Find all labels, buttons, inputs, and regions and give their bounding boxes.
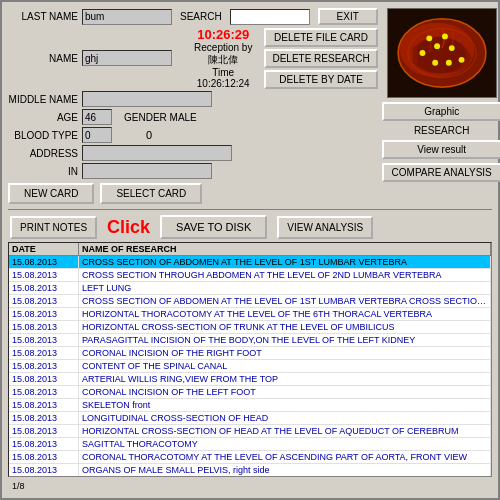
last-name-input[interactable] <box>82 9 172 25</box>
row-name: CORONAL INCISION OF THE RIGHT FOOT <box>79 347 491 359</box>
divider1 <box>8 209 492 210</box>
address-input[interactable] <box>82 145 232 161</box>
row-name: LEFT LUNG <box>79 282 491 294</box>
compare-analysis-button[interactable]: COMPARE ANALYSIS <box>382 163 500 182</box>
table-row[interactable]: 15.08.2013 ARTERIAL WILLIS RING,VIEW FRO… <box>9 373 491 386</box>
row-name: HORIZONTAL CROSS-SECTION OF TRUNK AT THE… <box>79 321 491 333</box>
row-date: 15.08.2013 <box>9 347 79 359</box>
row-name: CROSS SECTION THROUGH ABDOMEN AT THE LEV… <box>79 269 491 281</box>
delete-by-date-button[interactable]: DELETE BY DATE <box>264 70 377 89</box>
middle-name-row: MIDDLE NAME <box>8 91 378 107</box>
page-indicator: 1/8 <box>8 480 492 492</box>
row-date: 15.08.2013 <box>9 412 79 424</box>
svg-point-3 <box>426 35 432 41</box>
row-name: CROSS SECTION OF ABDOMEN AT THE LEVEL OF… <box>79 256 491 268</box>
row-date: 15.08.2013 <box>9 334 79 346</box>
row-name: ARTERIAL WILLIS RING,VIEW FROM THE TOP <box>79 373 491 385</box>
row-date: 15.08.2013 <box>9 295 79 307</box>
svg-point-5 <box>434 43 440 49</box>
col-name: NAME OF RESEARCH <box>79 243 491 255</box>
select-card-button[interactable]: SELECT CARD <box>100 183 202 204</box>
name-row: NAME 10:26:29 Reception by 陳北偉 Time 10:2… <box>8 27 378 89</box>
row-date: 15.08.2013 <box>9 438 79 450</box>
row-date: 15.08.2013 <box>9 373 79 385</box>
middle-name-input[interactable] <box>82 91 212 107</box>
table-row[interactable]: 15.08.2013 LEFT LUNG <box>9 282 491 295</box>
in-label: IN <box>8 166 78 177</box>
name-input[interactable] <box>82 50 172 66</box>
table-header: DATE NAME OF RESEARCH <box>9 243 491 256</box>
row-name: LONGITUDINAL CROSS-SECTION OF HEAD <box>79 412 491 424</box>
row-date: 15.08.2013 <box>9 256 79 268</box>
save-to-disk-button[interactable]: SAVE TO DISK <box>160 215 267 239</box>
table-row[interactable]: 15.08.2013 PARASAGITTAL INCISION OF THE … <box>9 334 491 347</box>
reception-text: Reception by 陳北偉 <box>190 42 256 67</box>
table-row[interactable]: 15.08.2013 CROSS SECTION OF ABDOMEN AT T… <box>9 256 491 269</box>
new-card-button[interactable]: NEW CARD <box>8 183 94 204</box>
clock-display: 10:26:29 <box>197 27 249 42</box>
row-name: HORIZONTAL THORACOTOMY AT THE LEVEL OF T… <box>79 308 491 320</box>
table-row[interactable]: 15.08.2013 CORONAL INCISION OF THE RIGHT… <box>9 347 491 360</box>
top-section: LAST NAME SEARCH EXIT NAME 10:26:29 Rece… <box>8 8 492 204</box>
delete-file-card-button[interactable]: DELETE FILE CARD <box>264 28 377 47</box>
address-label: ADDRESS <box>8 148 78 159</box>
row-name: ORGANS OF MALE SMALL PELVIS, right side <box>79 464 491 476</box>
time-area: 10:26:29 Reception by 陳北偉 Time 10:26:12:… <box>190 27 256 89</box>
age-input[interactable] <box>82 109 112 125</box>
svg-point-4 <box>442 33 448 39</box>
table-row[interactable]: 15.08.2013 ORGANS OF MALE SMALL PELVIS, … <box>9 464 491 477</box>
table-row[interactable]: 15.08.2013 HORIZONTAL CROSS-SECTION OF H… <box>9 425 491 438</box>
table-row[interactable]: 15.08.2013 SAGITTAL THORACOTOMY <box>9 438 491 451</box>
table-row[interactable]: 15.08.2013 HORIZONTAL CROSS-SECTION OF T… <box>9 321 491 334</box>
click-text: Click <box>107 217 150 238</box>
row-date: 15.08.2013 <box>9 321 79 333</box>
table-row[interactable]: 15.08.2013 CORONAL INCISION OF THE LEFT … <box>9 386 491 399</box>
blood-row: BLOOD TYPE 0 <box>8 127 378 143</box>
print-notes-button[interactable]: PRINT NOTES <box>10 216 97 239</box>
blood-input[interactable] <box>82 127 112 143</box>
table-row[interactable]: 15.08.2013 CORONAL THORACOTOMY AT THE LE… <box>9 451 491 464</box>
in-input[interactable] <box>82 163 212 179</box>
graphic-button[interactable]: Graphic <box>382 102 500 121</box>
row-name: SKELETON front <box>79 399 491 411</box>
view-result-button[interactable]: View result <box>382 140 500 159</box>
table-body: 15.08.2013 CROSS SECTION OF ABDOMEN AT T… <box>9 256 491 477</box>
table-row[interactable]: 15.08.2013 CONTENT OF THE SPINAL CANAL <box>9 360 491 373</box>
table-row[interactable]: 15.08.2013 HORIZONTAL THORACOTOMY AT THE… <box>9 308 491 321</box>
table-row[interactable]: 15.08.2013 CROSS SECTION OF ABDOMEN AT T… <box>9 295 491 308</box>
table-row[interactable]: 15.08.2013 CROSS SECTION THROUGH ABDOMEN… <box>9 269 491 282</box>
row-date: 15.08.2013 <box>9 425 79 437</box>
svg-point-6 <box>419 50 425 56</box>
table-row[interactable]: 15.08.2013 SKELETON front <box>9 399 491 412</box>
middle-name-label: MIDDLE NAME <box>8 94 78 105</box>
exit-button[interactable]: EXIT <box>318 8 378 25</box>
view-analysis-button[interactable]: VIEW ANALYSIS <box>277 216 373 239</box>
blood-num: 0 <box>146 129 152 141</box>
delete-research-button[interactable]: DELETE RESEARCH <box>264 49 377 68</box>
row-date: 15.08.2013 <box>9 386 79 398</box>
card-buttons: NEW CARD SELECT CARD <box>8 183 378 204</box>
svg-point-9 <box>432 60 438 66</box>
row-name: CORONAL THORACOTOMY AT THE LEVEL OF ASCE… <box>79 451 491 463</box>
age-row: AGE GENDER MALE <box>8 109 378 125</box>
row-name: HORIZONTAL CROSS-SECTION OF HEAD AT THE … <box>79 425 491 437</box>
row-date: 15.08.2013 <box>9 360 79 372</box>
col-date: DATE <box>9 243 79 255</box>
table-row[interactable]: 15.08.2013 LONGITUDINAL CROSS-SECTION OF… <box>9 412 491 425</box>
row-name: CROSS SECTION OF ABDOMEN AT THE LEVEL OF… <box>79 295 491 307</box>
row-date: 15.08.2013 <box>9 269 79 281</box>
main-window: LAST NAME SEARCH EXIT NAME 10:26:29 Rece… <box>0 0 500 500</box>
svg-point-7 <box>449 45 455 51</box>
research-table[interactable]: DATE NAME OF RESEARCH 15.08.2013 CROSS S… <box>8 242 492 477</box>
blood-label: BLOOD TYPE <box>8 130 78 141</box>
name-label: NAME <box>8 53 78 64</box>
address-row: ADDRESS <box>8 145 378 161</box>
svg-point-10 <box>446 60 452 66</box>
search-input[interactable] <box>230 9 310 25</box>
search-label: SEARCH <box>180 11 222 22</box>
row-date: 15.08.2013 <box>9 451 79 463</box>
research-label: RESEARCH <box>414 125 470 136</box>
last-name-row: LAST NAME SEARCH EXIT <box>8 8 378 25</box>
gender-label: GENDER MALE <box>124 112 197 123</box>
svg-point-8 <box>458 57 464 63</box>
